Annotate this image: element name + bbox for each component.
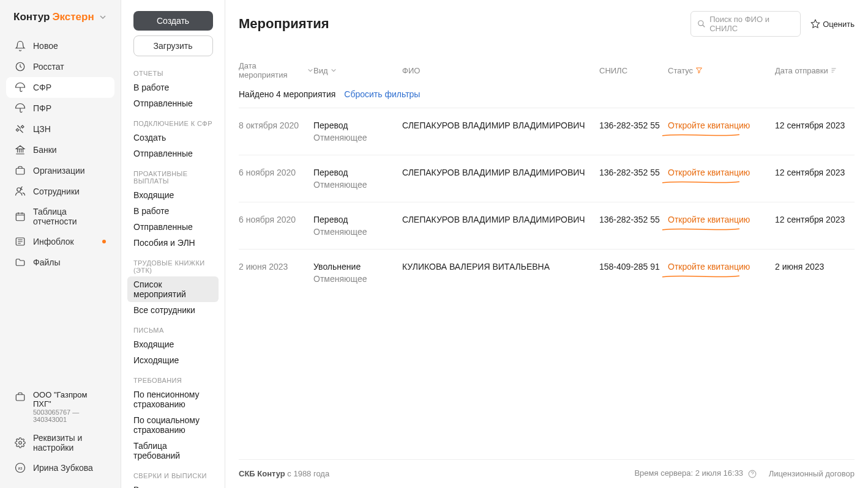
briefcase-icon — [15, 391, 26, 402]
sec-item[interactable]: Создать — [127, 130, 219, 146]
nav-item-rosstat[interactable]: Росстат — [6, 56, 114, 77]
nav-label: СФР — [33, 83, 51, 92]
app-logo[interactable]: КонтурЭкстерн — [0, 0, 121, 32]
cell-fio: СЛЕПАКУРОВ ВЛАДИМИР ВЛАДИМИРОВИЧ — [402, 215, 599, 237]
main-header: Мероприятия Поиск по ФИО и СНИЛС Оценить — [239, 11, 855, 37]
th-fio[interactable]: ФИО — [402, 61, 599, 79]
sec-item[interactable]: Исходящие — [127, 352, 219, 368]
cell-snils: 136-282-352 55 — [599, 168, 668, 190]
chevron-down-icon — [307, 67, 313, 73]
th-date[interactable]: Дата мероприятия — [239, 61, 313, 79]
help-icon[interactable] — [748, 470, 757, 478]
sec-item[interactable]: Список мероприятий — [127, 276, 219, 302]
sec-item[interactable]: Все сверки по расчетам — [127, 482, 219, 488]
primary-nav: НовоеРосстатСФРПФРЦЗНБанкиОрганизацииСот… — [0, 32, 121, 379]
nav-item-pfr[interactable]: ПФР — [6, 98, 114, 119]
bank-icon — [15, 144, 26, 155]
sec-item[interactable]: В работе — [127, 203, 219, 219]
clock-icon — [15, 61, 26, 72]
status-link[interactable]: Откройте квитанцию — [668, 262, 750, 272]
org-block[interactable]: ООО "Газпром ПХГ" 5003065767 — 340343001 — [6, 385, 114, 428]
svg-point-9 — [698, 21, 703, 26]
server-time: Время сервера: 2 июля 16:33 — [634, 468, 756, 478]
sec-item[interactable]: Входящие — [127, 187, 219, 203]
table-header: Дата мероприятия Вид ФИО СНИЛС Статус Да… — [239, 61, 855, 86]
nav-item-banks[interactable]: Банки — [6, 139, 114, 160]
cell-sent: 12 сентября 2023 — [775, 168, 855, 190]
sec-item[interactable]: Все сотрудники — [127, 302, 219, 318]
sec-item[interactable]: В работе — [127, 79, 219, 95]
settings-link[interactable]: Реквизиты и настройки — [6, 428, 114, 457]
cell-snils: 158-409-285 91 — [599, 262, 668, 284]
cell-fio: СЛЕПАКУРОВ ВЛАДИМИР ВЛАДИМИРОВИЧ — [402, 168, 599, 190]
table-row[interactable]: 2 июня 2023УвольнениеОтменяющееКУЛИКОВА … — [239, 249, 855, 296]
cell-snils: 136-282-352 55 — [599, 215, 668, 237]
th-snils[interactable]: СНИЛС — [599, 61, 668, 79]
nav-item-files[interactable]: Файлы — [6, 252, 114, 273]
table-row[interactable]: 6 ноября 2020ПереводОтменяющееСЛЕПАКУРОВ… — [239, 155, 855, 202]
table-row[interactable]: 8 октября 2020ПереводОтменяющееСЛЕПАКУРО… — [239, 108, 855, 155]
cell-date: 8 октября 2020 — [239, 120, 313, 142]
user-link[interactable]: из Ирина Зубкова — [6, 457, 114, 478]
cell-sent: 2 июня 2023 — [775, 262, 855, 284]
org-sub: 5003065767 — 340343001 — [33, 409, 106, 423]
sec-item[interactable]: Таблица требований — [127, 438, 219, 464]
status-link[interactable]: Откройте квитанцию — [668, 120, 750, 130]
nav-item-new[interactable]: Новое — [6, 35, 114, 56]
sec-item[interactable]: Пособия и ЭЛН — [127, 235, 219, 251]
nav-item-reports[interactable]: Таблица отчетности — [6, 202, 114, 231]
reset-filters-link[interactable]: Сбросить фильтры — [344, 89, 420, 99]
logo-part1: Контур — [13, 11, 50, 23]
th-status[interactable]: Статус — [668, 61, 775, 79]
main-content: Мероприятия Поиск по ФИО и СНИЛС Оценить… — [225, 0, 868, 488]
footer: СКБ Контур с 1988 года Время сервера: 2 … — [239, 459, 855, 488]
sec-item[interactable]: Входящие — [127, 336, 219, 352]
user-badge-icon: из — [15, 462, 26, 473]
rate-button[interactable]: Оценить — [810, 19, 855, 29]
svg-rect-3 — [16, 213, 24, 221]
search-input[interactable]: Поиск по ФИО и СНИЛС — [690, 11, 801, 37]
nav-item-czn[interactable]: ЦЗН — [6, 119, 114, 139]
table-row[interactable]: 6 ноября 2020ПереводОтменяющееСЛЕПАКУРОВ… — [239, 202, 855, 249]
status-link[interactable]: Откройте квитанцию — [668, 215, 750, 224]
th-sent[interactable]: Дата отправки — [775, 61, 855, 79]
cell-fio: СЛЕПАКУРОВ ВЛАДИМИР ВЛАДИМИРОВИЧ — [402, 120, 599, 142]
cell-type: ПереводОтменяющее — [313, 215, 402, 237]
cell-status: Откройте квитанцию — [668, 262, 775, 284]
underline-icon — [662, 227, 740, 232]
cell-date: 6 ноября 2020 — [239, 215, 313, 237]
nav-label: Росстат — [33, 62, 64, 72]
underline-icon — [662, 133, 740, 138]
sec-item[interactable]: Отправленные — [127, 219, 219, 235]
license-link[interactable]: Лицензионный договор — [769, 469, 855, 478]
nav-item-orgs[interactable]: Организации — [6, 160, 114, 181]
sec-item[interactable]: Отправленные — [127, 146, 219, 161]
nav-label: ЦЗН — [33, 124, 51, 134]
nav-item-emp[interactable]: Сотрудники — [6, 181, 114, 202]
status-link[interactable]: Откройте квитанцию — [668, 168, 750, 177]
sec-item[interactable]: По социальному страхованию — [127, 412, 219, 438]
sec-group-title: ПОДКЛЮЧЕНИЕ К СФР — [127, 111, 219, 130]
chevron-down-icon — [331, 67, 337, 73]
folder-icon — [15, 257, 26, 268]
nav-label: Банки — [33, 145, 57, 155]
nav-label: ПФР — [33, 103, 51, 113]
events-table: Дата мероприятия Вид ФИО СНИЛС Статус Да… — [239, 61, 855, 459]
nav-label: Файлы — [33, 257, 60, 267]
cell-date: 6 ноября 2020 — [239, 168, 313, 190]
sec-item[interactable]: Отправленные — [127, 95, 219, 111]
th-type[interactable]: Вид — [313, 61, 402, 79]
notification-dot-icon — [102, 240, 106, 243]
cell-snils: 136-282-352 55 — [599, 120, 668, 142]
nav-item-sfr[interactable]: СФР — [6, 77, 114, 98]
upload-button[interactable]: Загрузить — [133, 35, 213, 56]
sec-item[interactable]: По пенсионному страхованию — [127, 386, 219, 412]
underline-icon — [662, 274, 740, 279]
nav-item-infoblock[interactable]: Инфоблок — [6, 231, 114, 252]
sec-group-title: ТРУДОВЫЕ КНИЖКИ (ЭТК) — [127, 251, 219, 276]
create-button[interactable]: Создать — [133, 11, 213, 31]
cell-date: 2 июня 2023 — [239, 262, 313, 284]
cell-sent: 12 сентября 2023 — [775, 215, 855, 237]
cell-status: Откройте квитанцию — [668, 168, 775, 190]
umbrella-icon — [15, 103, 26, 114]
